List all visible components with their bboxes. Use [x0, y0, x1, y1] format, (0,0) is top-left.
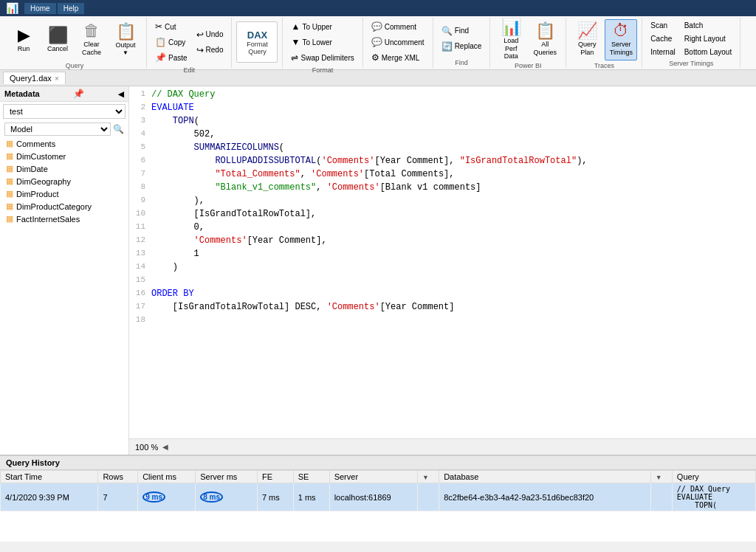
paste-button[interactable]: 📌 Paste [151, 50, 191, 65]
load-perf-button[interactable]: 📊 Load PerfData [495, 19, 527, 61]
tree-label-dimproductcategory: DimProductCategory [16, 202, 92, 211]
history-row-1[interactable]: 4/1/2020 9:39 PM 7 9 ms 8 ms 7 ms 1 ms l… [1, 483, 756, 511]
line-num-4: 4 [129, 129, 151, 138]
table-icon-dimproduct: ▦ [6, 189, 13, 199]
code-line-15: 15 [129, 275, 756, 289]
tree-item-dimdate[interactable]: ▦ DimDate [0, 162, 128, 175]
copy-button[interactable]: 📋 Copy [151, 35, 191, 49]
tree-item-dimgeography[interactable]: ▦ DimGeography [0, 175, 128, 187]
code-line-17: 17 [IsGrandTotalRowTotal] DESC, 'Comment… [129, 302, 756, 315]
tree-item-dimproductcategory[interactable]: ▦ DimProductCategory [0, 200, 128, 213]
to-lower-button[interactable]: ▼ To Lower [287, 35, 357, 49]
replace-label: Replace [455, 42, 482, 50]
server-opts-label: Server Timings [669, 58, 713, 67]
right-layout-button[interactable]: Right Layout [681, 32, 735, 45]
line-content-16: ORDER BY [151, 289, 756, 299]
ribbon-group-traces: 📈 QueryPlan ⏱ ServerTimings Traces [566, 18, 642, 68]
internal-button[interactable]: Internal [647, 46, 678, 58]
uncomment-label: Uncomment [385, 38, 425, 46]
clear-cache-button[interactable]: 🗑 ClearCache [75, 19, 108, 61]
cancel-button[interactable]: ⬛ Cancel [41, 19, 74, 61]
query-tab[interactable]: Query1.dax × [3, 72, 66, 84]
uncomment-button[interactable]: 💬 Uncomment [368, 35, 428, 49]
col-fe[interactable]: FE [257, 471, 293, 483]
col-filter2[interactable]: ▼ [650, 471, 672, 483]
merge-xml-button[interactable]: ⚙ Merge XML [368, 50, 428, 65]
col-filter1[interactable]: ▼ [418, 471, 439, 483]
dax-format-button[interactable]: DAX Format Query [236, 21, 278, 63]
swap-icon: ⇌ [291, 52, 298, 63]
code-line-6: 6 ROLLUPADDISSUBTOTAL('Comments'[Year Co… [129, 156, 756, 169]
line-content-2: EVALUATE [151, 103, 756, 113]
swap-delimiters-button[interactable]: ⇌ Swap Delimiters [287, 50, 357, 65]
cell-rows: 7 [98, 483, 138, 511]
code-line-9: 9 ), [129, 196, 756, 209]
col-database[interactable]: Database [439, 471, 651, 483]
query-plan-button[interactable]: 📈 QueryPlan [571, 19, 603, 61]
to-upper-button[interactable]: ▲ To Upper [287, 19, 357, 34]
title-tab-help[interactable]: Help [58, 3, 85, 14]
run-button[interactable]: ▶ Run [7, 19, 40, 61]
line-num-13: 13 [129, 249, 151, 258]
col-server-ms[interactable]: Server ms [196, 471, 258, 483]
history-table[interactable]: Start Time Rows Client ms Server ms FE S… [0, 470, 756, 542]
query-group-content: ▶ Run ⬛ Cancel 🗑 ClearCache 📋 Output ▼ [7, 19, 142, 61]
ribbon-group-comment: 💬 Comment 💬 Uncomment ⚙ Merge XML [363, 18, 433, 68]
undo-button[interactable]: ↩ Undo [193, 27, 227, 42]
output-button[interactable]: 📋 Output ▼ [109, 19, 142, 61]
title-bar-tabs: Home Help [24, 3, 84, 14]
cancel-label: Cancel [47, 45, 68, 53]
line-num-3: 3 [129, 116, 151, 125]
close-tab-button[interactable]: × [55, 75, 59, 83]
output-icon: 📋 [116, 24, 136, 40]
to-upper-label: To Upper [302, 23, 332, 31]
col-rows[interactable]: Rows [98, 471, 138, 483]
tree-item-dimcustomer[interactable]: ▦ DimCustomer [0, 150, 128, 162]
col-query[interactable]: Query [672, 471, 755, 483]
line-num-12: 12 [129, 235, 151, 244]
copy-label: Copy [168, 38, 185, 46]
all-queries-button[interactable]: 📋 AllQueries [529, 19, 561, 61]
bottom-layout-button[interactable]: Bottom Layout [681, 46, 735, 58]
cut-button[interactable]: ✂ Cut [151, 19, 191, 34]
tree-label-dimdate: DimDate [16, 165, 48, 173]
cell-database: 8c2fbe64-e3b3-4a42-9a23-51d6bec83f20 [439, 483, 651, 511]
title-tab-home[interactable]: Home [24, 3, 56, 14]
replace-button[interactable]: 🔄 Replace [438, 39, 486, 54]
code-editor[interactable]: 1 // DAX Query 2 EVALUATE 3 TOPN( 4 502,… [129, 86, 756, 438]
dax-group-content: DAX Format Query [236, 19, 278, 65]
cache-button[interactable]: Cache [647, 32, 678, 45]
line-content-1: // DAX Query [151, 89, 756, 100]
all-queries-label: AllQueries [534, 41, 557, 57]
sidebar-search-icon[interactable]: 🔍 [113, 124, 124, 134]
database-dropdown[interactable]: test [3, 104, 126, 119]
col-start-time[interactable]: Start Time [1, 471, 98, 483]
comment-button[interactable]: 💬 Comment [368, 19, 428, 34]
ribbon-content: ▶ Run ⬛ Cancel 🗑 ClearCache 📋 Output ▼ Q… [0, 16, 756, 69]
pin-icon[interactable]: 📌 [73, 89, 84, 99]
scroll-left-arrow[interactable]: ◀ [162, 443, 168, 451]
table-icon-dimgeography: ▦ [6, 176, 13, 186]
col-se[interactable]: SE [293, 471, 329, 483]
tree-item-comments[interactable]: ▦ Comments [0, 137, 128, 150]
code-line-12: 12 'Comments'[Year Comment], [129, 235, 756, 249]
redo-button[interactable]: ↪ Redo [193, 43, 227, 58]
table-icon-comments: ▦ [6, 139, 13, 148]
batch-button[interactable]: Batch [681, 19, 735, 32]
metadata-label: Metadata [4, 89, 40, 98]
code-line-13: 13 1 [129, 249, 756, 262]
col-server[interactable]: Server [329, 471, 417, 483]
cell-se: 1 ms [293, 483, 329, 511]
sidebar-arrow[interactable]: ◀ [118, 90, 124, 98]
code-line-10: 10 [IsGrandTotalRowTotal], [129, 209, 756, 222]
code-line-4: 4 502, [129, 129, 756, 142]
query-history: Query History Start Time Rows Client ms … [0, 455, 756, 542]
find-button[interactable]: 🔍 Find [438, 24, 486, 38]
undo-label: Undo [206, 30, 224, 38]
tree-item-factinternetsales[interactable]: ▦ FactInternetSales [0, 213, 128, 225]
tree-item-dimproduct[interactable]: ▦ DimProduct [0, 187, 128, 200]
col-client-ms[interactable]: Client ms [138, 471, 196, 483]
model-dropdown[interactable]: Model [4, 123, 111, 136]
scan-button[interactable]: Scan [647, 19, 678, 32]
server-timings-button[interactable]: ⏱ ServerTimings [605, 19, 637, 61]
